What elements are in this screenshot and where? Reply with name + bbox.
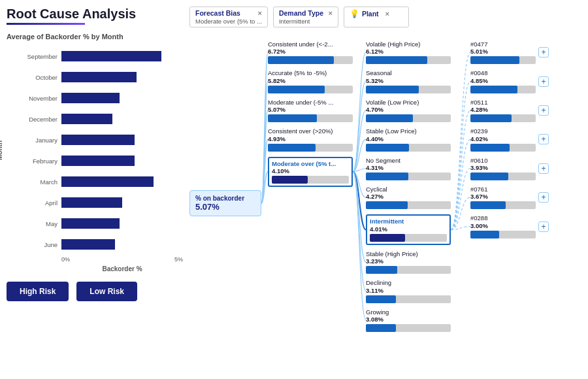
forecast-node[interactable]: Consistent under (<-2... 6.72%	[268, 41, 353, 64]
demand-node[interactable]: Stable (High Price) 3.23%	[366, 250, 451, 274]
forecast-node-label: Consistent under (<-2...	[268, 41, 353, 48]
bar-container	[61, 51, 183, 61]
bar-fill	[61, 93, 120, 103]
bar-chart-area: Month September October November Decembe…	[7, 46, 183, 255]
high-risk-button[interactable]: High Risk	[7, 282, 69, 301]
demand-col: Volatile (High Price) 6.12% Seasonal 5.3…	[366, 41, 451, 337]
plant-item[interactable]: #0239 4.02% +	[470, 127, 549, 151]
bar-row[interactable]: December	[17, 108, 183, 129]
forecast-node-bar-bg	[268, 114, 353, 122]
forecast-node-label: Moderate under (-5% ...	[268, 99, 353, 106]
plant-expand-button[interactable]: +	[538, 222, 549, 232]
plant-chip-label: Plant	[362, 10, 379, 18]
plant-node-bar-bg	[470, 114, 536, 122]
plant-expand-button[interactable]: +	[538, 76, 549, 87]
bar-row[interactable]: May	[17, 213, 183, 234]
demand-node-value: 4.27%	[366, 193, 451, 200]
demand-node[interactable]: Intermittent 4.01%	[366, 214, 451, 244]
demand-node-value: 4.40%	[366, 135, 451, 142]
bar-fill	[61, 197, 122, 208]
demand-node[interactable]: Cyclical 4.27%	[366, 186, 451, 209]
x-tick: 0%	[61, 256, 70, 263]
plant-expand-button[interactable]: +	[538, 134, 549, 144]
plant-item[interactable]: #0761 3.67% +	[470, 186, 549, 209]
demand-node-bar-fill	[366, 114, 413, 122]
plant-item[interactable]: #0610 3.93% +	[470, 157, 549, 180]
left-panel: Root Cause Analysis Average of Backorder…	[7, 7, 183, 372]
filter-chip-close-demand-type[interactable]: ×	[328, 9, 332, 17]
demand-node[interactable]: Growing 3.08%	[366, 308, 451, 332]
bar-container	[61, 197, 183, 208]
plant-node-label: #0048	[470, 69, 536, 76]
tree-area: % on backorder 5.07% Consistent under (<…	[189, 34, 581, 372]
bar-container	[61, 176, 183, 187]
demand-node-bar-fill	[366, 295, 396, 303]
bar-row[interactable]: January	[17, 129, 183, 150]
bar-row[interactable]: March	[17, 171, 183, 192]
demand-node[interactable]: Stable (Low Price) 4.40%	[366, 127, 451, 151]
plant-expand-button[interactable]: +	[538, 163, 549, 174]
bar-row[interactable]: February	[17, 150, 183, 171]
bar-container	[61, 156, 183, 166]
root-node[interactable]: % on backorder 5.07%	[189, 190, 261, 216]
demand-node-bar-bg	[366, 114, 451, 122]
demand-node[interactable]: Volatile (Low Price) 4.70%	[366, 99, 451, 122]
forecast-node-bar-bg	[268, 144, 353, 152]
forecast-node-bar-fill	[268, 114, 317, 122]
bar-fill	[61, 135, 135, 145]
plant-node-content: #0610 3.93%	[470, 157, 536, 180]
page-title: Root Cause Analysis	[7, 7, 183, 22]
plant-chip-close[interactable]: ×	[385, 10, 389, 18]
plant-item[interactable]: #0477 5.01% +	[470, 41, 549, 64]
plant-node-value: 4.85%	[470, 77, 536, 84]
demand-node-label: Volatile (Low Price)	[366, 99, 451, 106]
bar-row[interactable]: October	[17, 67, 183, 88]
demand-node-label: Cyclical	[366, 186, 451, 193]
plant-expand-button[interactable]: +	[538, 192, 549, 203]
forecast-node[interactable]: Moderate under (-5% ... 5.07%	[268, 99, 353, 122]
demand-node[interactable]: No Segment 4.31%	[366, 157, 451, 180]
bar-row[interactable]: April	[17, 192, 183, 213]
forecast-node[interactable]: Accurate (5% to -5%) 5.82%	[268, 69, 353, 93]
plant-node-value: 3.00%	[470, 222, 536, 229]
forecast-node-label: Consistent over (>20%)	[268, 127, 353, 135]
bar-fill	[61, 239, 115, 250]
plant-node-content: #0288 3.00%	[470, 214, 536, 238]
bars-col: September October November December Janu…	[17, 46, 183, 255]
forecast-node[interactable]: Moderate over (5% t... 4.10%	[268, 157, 353, 187]
bulb-icon: 💡	[350, 9, 359, 18]
demand-node-bar-bg	[366, 173, 451, 180]
plant-node-value: 4.28%	[470, 106, 536, 113]
plant-expand-button[interactable]: +	[538, 47, 549, 58]
filter-chip-close-forecast-bias[interactable]: ×	[257, 9, 261, 17]
bar-row[interactable]: June	[17, 234, 183, 255]
root-node-value: 5.07%	[195, 202, 255, 212]
demand-node-bar-bg	[366, 324, 451, 332]
plant-node-label: #0477	[470, 41, 536, 48]
demand-node[interactable]: Declining 3.11%	[366, 279, 451, 303]
forecast-node[interactable]: Consistent over (>20%) 4.93%	[268, 127, 353, 151]
bar-month-label: October	[17, 74, 61, 81]
chart-title: Average of Backorder % by Month	[7, 33, 183, 41]
plant-node-label: #0761	[470, 186, 536, 193]
forecast-col: Consistent under (<-2... 6.72% Accurate …	[268, 41, 353, 192]
plant-item[interactable]: #0048 4.85% +	[470, 69, 549, 93]
low-risk-button[interactable]: Low Risk	[76, 282, 137, 301]
demand-node-label: Stable (High Price)	[366, 250, 451, 257]
demand-node-value: 5.32%	[366, 77, 451, 84]
plant-item[interactable]: #0288 3.00% +	[470, 214, 549, 238]
bar-fill	[61, 156, 135, 166]
demand-node[interactable]: Volatile (High Price) 6.12%	[366, 41, 451, 64]
forecast-node-value: 6.72%	[268, 48, 353, 55]
plant-item[interactable]: #0511 4.28% +	[470, 99, 549, 122]
y-axis-label-col: Month	[7, 46, 17, 255]
bar-row[interactable]: September	[17, 46, 183, 67]
plant-node-value: 3.67%	[470, 193, 536, 200]
bar-row[interactable]: November	[17, 88, 183, 108]
plant-col: #0477 5.01% + #0048 4.85% + #0511 4.28% …	[470, 41, 549, 244]
plant-expand-button[interactable]: +	[538, 105, 549, 116]
filter-chip-forecast-bias[interactable]: Forecast Bias × Moderate over (5% to ...	[189, 7, 268, 27]
filter-chip-demand-type[interactable]: Demand Type × Intermittent	[273, 7, 338, 27]
demand-node[interactable]: Seasonal 5.32%	[366, 69, 451, 93]
filter-chip-plant[interactable]: 💡 Plant ×	[344, 7, 409, 27]
